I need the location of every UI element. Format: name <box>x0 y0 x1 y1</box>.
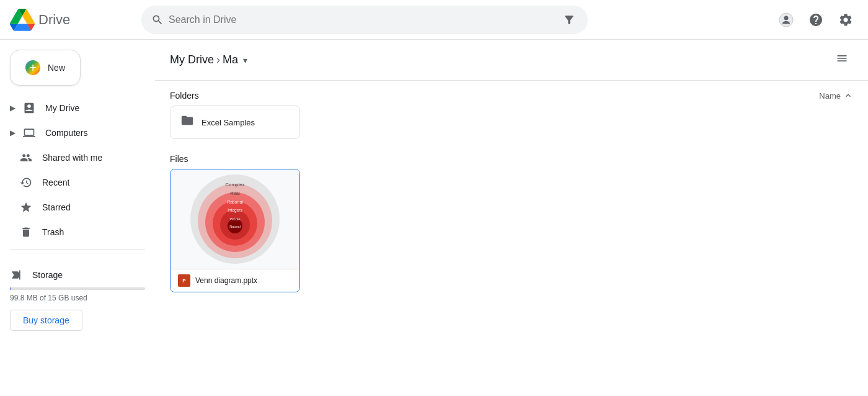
svg-point-1 <box>784 16 789 20</box>
svg-text:Integers: Integers <box>228 208 242 213</box>
help-icon <box>808 12 823 27</box>
settings-icon <box>838 12 853 27</box>
sidebar-item-starred-label: Starred <box>42 202 71 212</box>
files-grid: Complex Real Rational Integers Whole Nat… <box>170 169 853 292</box>
view-toggle-button[interactable] <box>831 47 853 73</box>
folders-grid: Excel Samples <box>170 106 853 139</box>
svg-text:Natural: Natural <box>229 225 241 228</box>
my-drive-icon <box>23 102 35 114</box>
sort-label: Name <box>819 91 841 101</box>
sidebar-item-my-drive-label: My Drive <box>45 103 79 113</box>
buy-storage-button[interactable]: Buy storage <box>10 310 82 331</box>
main-toolbar: My Drive › Ma ▾ <box>155 40 868 81</box>
storage-bar-background <box>10 287 145 290</box>
venn-diagram-preview: Complex Real Rational Integers Whole Nat… <box>185 173 285 266</box>
trash-icon <box>20 226 32 238</box>
folders-section-header: Folders Name <box>170 91 853 101</box>
search-input[interactable] <box>169 14 556 25</box>
breadcrumb-current: Ma <box>223 53 238 66</box>
filter-icon <box>563 14 575 26</box>
settings-button[interactable] <box>833 7 858 32</box>
folder-icon <box>180 114 194 131</box>
help-button[interactable] <box>804 7 828 32</box>
breadcrumb-root[interactable]: My Drive <box>170 53 214 66</box>
sidebar-divider <box>10 250 145 250</box>
files-section-header: Files <box>170 154 853 164</box>
sidebar-item-shared[interactable]: Shared with me <box>0 145 150 170</box>
breadcrumb-dropdown-button[interactable]: ▾ <box>241 53 250 68</box>
storage-label: Storage <box>32 270 63 280</box>
header-actions <box>774 7 858 32</box>
expand-chevron-my-drive: ▶ <box>10 104 16 112</box>
search-icon <box>151 14 164 26</box>
new-button-label: New <box>48 63 65 73</box>
folder-item[interactable]: Excel Samples <box>170 106 300 139</box>
account-button[interactable] <box>774 7 799 32</box>
storage-section: Storage 99.8 MB of 15 GB used Buy storag… <box>0 255 155 338</box>
expand-chevron-computers: ▶ <box>10 128 16 137</box>
folder-name: Excel Samples <box>202 118 255 127</box>
new-button[interactable]: + New <box>10 50 81 86</box>
google-drive-logo <box>10 7 35 32</box>
sort-button[interactable]: Name <box>819 91 853 101</box>
storage-bar-fill <box>10 287 11 290</box>
svg-text:Real: Real <box>230 191 240 196</box>
app-name: Drive <box>38 12 70 28</box>
sidebar-item-computers-label: Computers <box>45 128 87 138</box>
search-bar <box>141 6 588 34</box>
sort-asc-icon <box>843 91 853 101</box>
logo-area: Drive <box>10 7 134 32</box>
sidebar-item-trash-label: Trash <box>42 227 64 237</box>
storage-item[interactable]: Storage <box>10 263 145 287</box>
pptx-icon: P <box>178 274 190 287</box>
svg-text:Complex: Complex <box>225 182 245 187</box>
sidebar-item-shared-label: Shared with me <box>42 153 102 163</box>
file-name: Venn diagram.pptx <box>195 276 257 285</box>
header: Drive <box>0 0 868 40</box>
files-title: Files <box>170 154 188 164</box>
search-filter-button[interactable] <box>560 11 578 29</box>
new-plus-icon: + <box>25 60 40 75</box>
body: + New ▶ My Drive ▶ Computers Shared with… <box>0 40 868 396</box>
shared-icon <box>20 151 32 164</box>
file-preview: Complex Real Rational Integers Whole Nat… <box>170 169 299 269</box>
star-icon <box>20 201 32 214</box>
account-circle-icon <box>779 12 794 27</box>
sidebar-item-my-drive[interactable]: ▶ My Drive <box>0 96 150 120</box>
breadcrumb: My Drive › Ma ▾ <box>170 53 250 68</box>
storage-icon <box>10 269 22 281</box>
computers-icon <box>23 127 35 139</box>
svg-text:Whole: Whole <box>229 217 241 221</box>
file-card[interactable]: Complex Real Rational Integers Whole Nat… <box>170 169 300 292</box>
list-view-icon <box>836 52 848 65</box>
sidebar-item-trash[interactable]: Trash <box>0 220 150 245</box>
sidebar-item-computers[interactable]: ▶ Computers <box>0 120 150 145</box>
main-content: My Drive › Ma ▾ Folders Name <box>155 40 868 396</box>
breadcrumb-separator: › <box>216 53 220 66</box>
content-area: Folders Name Excel Samples Files <box>155 81 868 302</box>
clock-icon <box>20 176 32 189</box>
pptx-icon-label: P <box>182 278 185 284</box>
file-footer: P Venn diagram.pptx <box>170 269 299 292</box>
sidebar-item-recent-label: Recent <box>42 178 69 187</box>
folders-title: Folders <box>170 91 199 101</box>
sidebar: + New ▶ My Drive ▶ Computers Shared with… <box>0 40 155 396</box>
storage-used-text: 99.8 MB of 15 GB used <box>10 294 145 302</box>
sidebar-item-starred[interactable]: Starred <box>0 195 150 220</box>
svg-text:Rational: Rational <box>227 200 243 204</box>
sidebar-item-recent[interactable]: Recent <box>0 170 150 195</box>
